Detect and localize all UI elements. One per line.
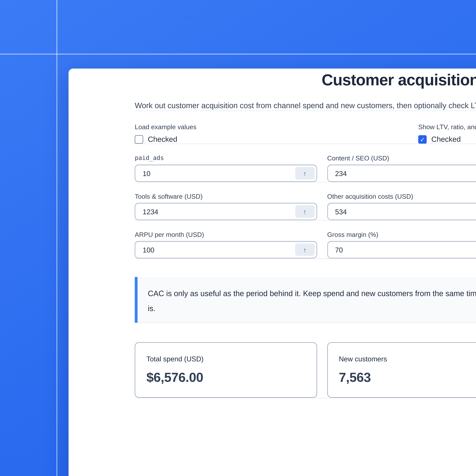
field-label: Gross margin (%) [327, 230, 476, 239]
field-paid-ads: paid_ads 10 ↑ [135, 154, 317, 182]
field-arpu: ARPU per month (USD) 100 ↑ [135, 230, 317, 258]
field-tools-software: Tools & software (USD) 1234 ↑ [135, 192, 317, 220]
divider [135, 323, 476, 323]
result-card-new-customers: New customers 7,563 [327, 342, 476, 398]
tools-software-input[interactable]: 1234 ↑ [135, 203, 317, 220]
toggle-show-ltv: Show LTV, ratio, and payback ✓ Checked [418, 123, 476, 144]
screenshot-viewport: Customer acquisition cost Work out custo… [0, 0, 476, 476]
checkmark-icon: ✓ [420, 136, 425, 142]
page-title: Customer acquisition cost [135, 70, 476, 90]
toggle-label: Load example values [135, 123, 418, 131]
result-label: Total spend (USD) [146, 354, 305, 364]
toggle-section: Load example values ✓ Checked Show LTV, … [135, 123, 476, 144]
field-label: paid_ads [135, 154, 317, 162]
form-row-1: paid_ads 10 ↑ Content / SEO (USD) 234 ↑ [135, 154, 476, 182]
arrow-up-icon: ↑ [303, 170, 306, 177]
checkbox-label: Checked [431, 135, 461, 144]
divider [135, 144, 476, 144]
input-value: 534 [335, 207, 347, 215]
show-ltv-checkbox[interactable]: ✓ Checked [418, 135, 476, 144]
field-label: Other acquisition costs (USD) [327, 192, 476, 201]
divider [135, 182, 476, 182]
toggle-load-example: Load example values ✓ Checked [135, 123, 418, 144]
input-value: 1234 [143, 207, 158, 215]
input-value: 234 [335, 169, 347, 177]
divider [135, 220, 476, 221]
arrow-up-icon: ↑ [303, 208, 306, 215]
arpu-input[interactable]: 100 ↑ [135, 241, 317, 258]
checkbox-icon[interactable]: ✓ [418, 135, 427, 144]
divider [135, 111, 476, 111]
result-value: $6,576.00 [146, 370, 305, 386]
divider [135, 258, 476, 259]
arrow-up-icon: ↑ [303, 246, 306, 254]
field-label: ARPU per month (USD) [135, 230, 317, 239]
paid-ads-input[interactable]: 10 ↑ [135, 165, 317, 182]
info-callout: CAC is only as useful as the period behi… [135, 277, 476, 323]
load-example-checkbox[interactable]: ✓ Checked [135, 135, 418, 144]
field-other-acquisition-costs: Other acquisition costs (USD) 534 ↑ [327, 192, 476, 220]
field-label: Content / SEO (USD) [327, 154, 476, 162]
result-card-total-spend: Total spend (USD) $6,576.00 [135, 342, 317, 398]
field-content-seo: Content / SEO (USD) 234 ↑ [327, 154, 476, 182]
field-gross-margin: Gross margin (%) 70 ↑ [327, 230, 476, 258]
form-row-3: ARPU per month (USD) 100 ↑ Gross margin … [135, 230, 476, 258]
input-value: 100 [143, 246, 154, 254]
gross-margin-input[interactable]: 70 ↑ [327, 241, 476, 258]
toggle-label: Show LTV, ratio, and payback [418, 123, 476, 131]
stepper-up-button[interactable]: ↑ [295, 243, 315, 256]
input-value: 10 [143, 169, 151, 177]
result-label: New customers [339, 354, 476, 364]
card-content: Customer acquisition cost Work out custo… [135, 68, 476, 398]
results-section: Total spend (USD) $6,576.00 New customer… [135, 342, 476, 398]
callout-text: CAC is only as useful as the period behi… [148, 286, 476, 316]
divider [135, 398, 476, 398]
result-value: 7,563 [339, 370, 476, 386]
checkbox-label: Checked [148, 135, 177, 144]
page-subtitle: Work out customer acquisition cost from … [135, 100, 476, 111]
stepper-up-button[interactable]: ↑ [295, 167, 315, 179]
form-row-2: Tools & software (USD) 1234 ↑ Other acqu… [135, 192, 476, 220]
other-acquisition-costs-input[interactable]: 534 ↑ [327, 203, 476, 220]
background-horizontal-line [0, 54, 476, 54]
calculator-card: Customer acquisition cost Work out custo… [68, 68, 476, 476]
checkbox-icon[interactable]: ✓ [135, 135, 143, 144]
app-window: Customer acquisition cost Work out custo… [0, 0, 476, 476]
input-value: 70 [335, 246, 343, 254]
field-label: Tools & software (USD) [135, 192, 317, 201]
content-seo-input[interactable]: 234 ↑ [327, 165, 476, 182]
background-vertical-line [56, 0, 57, 476]
stepper-up-button[interactable]: ↑ [295, 205, 315, 218]
